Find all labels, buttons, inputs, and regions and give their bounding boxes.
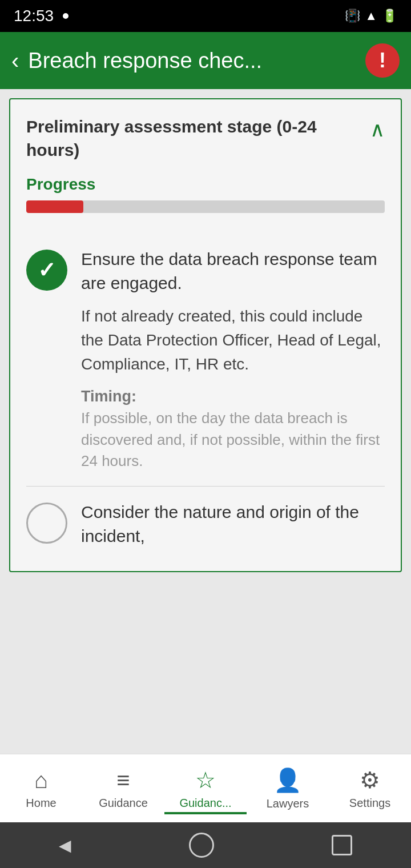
settings-icon: ⚙ — [360, 767, 380, 793]
nav-guidance-star[interactable]: ☆ Guidanc... — [164, 762, 247, 814]
progress-label: Progress — [26, 175, 385, 194]
alert-badge: ! — [365, 43, 400, 78]
item-timing-label-1: Timing: — [81, 388, 385, 405]
assessment-card: Preliminary assessment stage (0-24 hours… — [9, 98, 402, 572]
nav-settings-label: Settings — [349, 797, 390, 810]
android-nav-bar: ◀ — [0, 822, 411, 868]
stage-title: Preliminary assessment stage (0-24 hours… — [26, 115, 370, 162]
android-back-button[interactable]: ◀ — [59, 836, 71, 855]
lawyers-icon: 👤 — [273, 767, 302, 794]
item-title-2: Consider the nature and origin of the in… — [81, 500, 385, 548]
stage-header: Preliminary assessment stage (0-24 hours… — [26, 115, 385, 162]
vibrate-icon: 📳 — [345, 9, 360, 23]
progress-bar-fill — [26, 200, 83, 213]
nav-guidance-star-label: Guidanc... — [179, 797, 231, 810]
nav-lawyers-label: Lawyers — [267, 797, 309, 810]
progress-bar-container — [26, 200, 385, 213]
main-content: Preliminary assessment stage (0-24 hours… — [0, 89, 411, 754]
item-title-1: Ensure the data breach response team are… — [81, 247, 385, 295]
home-icon: ⌂ — [34, 767, 48, 793]
bottom-nav: ⌂ Home ≡ Guidance ☆ Guidanc... 👤 Lawyers… — [0, 754, 411, 822]
nav-home-label: Home — [26, 797, 56, 810]
guidance-icon: ≡ — [116, 767, 130, 793]
status-bar: 12:53 📳 ▲ 🔋 — [0, 0, 411, 32]
check-tick-icon: ✓ — [38, 258, 56, 283]
check-circle-completed-1[interactable]: ✓ — [26, 250, 67, 291]
check-circle-empty-2[interactable] — [26, 503, 67, 544]
checklist-item-1[interactable]: ✓ Ensure the data breach response team a… — [26, 234, 385, 487]
nav-guidance[interactable]: ≡ Guidance — [82, 763, 164, 814]
header-title: Breach response chec... — [28, 49, 356, 73]
item-content-2: Consider the nature and origin of the in… — [81, 500, 385, 557]
nav-lawyers[interactable]: 👤 Lawyers — [247, 762, 329, 815]
item-description-1: If not already created, this could inclu… — [81, 304, 385, 376]
back-button[interactable]: ‹ — [11, 48, 19, 74]
alert-icon: ! — [379, 49, 386, 73]
star-icon: ☆ — [195, 767, 216, 793]
battery-icon: 🔋 — [382, 9, 397, 23]
android-recents-button[interactable] — [332, 835, 352, 855]
nav-settings[interactable]: ⚙ Settings — [329, 762, 411, 814]
collapse-button[interactable]: ∧ — [370, 118, 385, 142]
status-dot — [63, 13, 68, 19]
item-content-1: Ensure the data breach response team are… — [81, 247, 385, 472]
android-home-button[interactable] — [189, 833, 214, 858]
wifi-icon: ▲ — [365, 9, 377, 23]
nav-guidance-label: Guidance — [99, 797, 148, 810]
checklist-item-2[interactable]: Consider the nature and origin of the in… — [26, 487, 385, 571]
status-time: 12:53 — [14, 7, 54, 25]
item-timing-value-1: If possible, on the day the data breach … — [81, 408, 385, 472]
nav-home[interactable]: ⌂ Home — [0, 763, 82, 814]
app-header: ‹ Breach response chec... ! — [0, 32, 411, 89]
